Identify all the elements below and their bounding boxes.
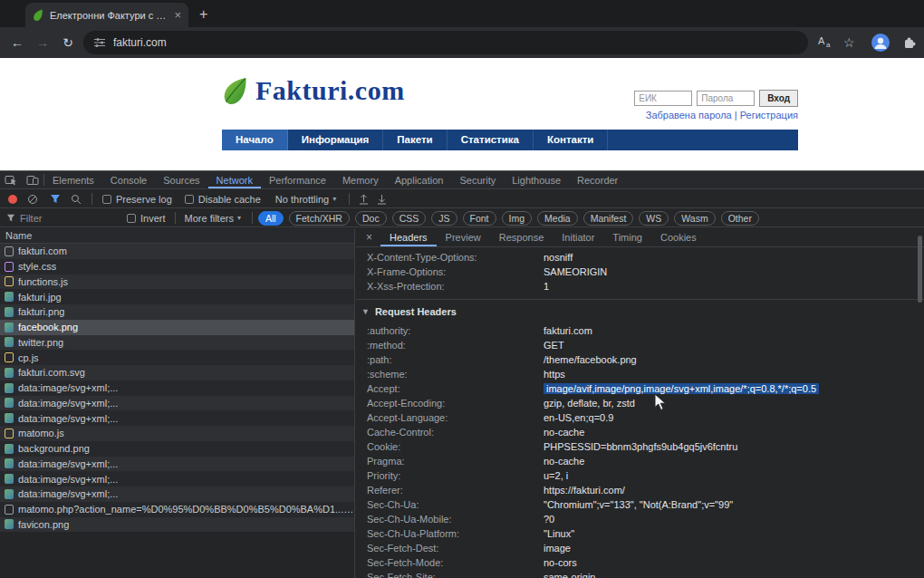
filter-chip[interactable]: Img [502,211,533,226]
filter-chip[interactable]: JS [431,211,457,226]
devtools-panel-tab[interactable]: Elements [44,171,102,188]
filter-chip[interactable]: Media [537,211,578,226]
login-button[interactable]: Вход [759,90,798,107]
network-request-row[interactable]: data:image/svg+xml;... [0,457,354,472]
device-toolbar-icon[interactable] [22,171,43,188]
devtools-panel-tab[interactable]: Network [208,171,261,188]
network-request-row[interactable]: facebook.png [0,320,354,335]
details-tab[interactable]: Cookies [651,228,706,246]
reload-icon[interactable]: ↻ [58,34,78,51]
network-request-row[interactable]: data:image/svg+xml;... [0,471,354,486]
filter-toggle-icon[interactable] [50,194,61,204]
address-bar[interactable]: fakturi.com [83,31,808,54]
eik-field[interactable] [634,91,692,106]
devtools-panel-tab[interactable]: Memory [334,171,387,188]
profile-avatar[interactable] [871,34,890,56]
filter-chip[interactable]: All [258,211,284,226]
import-har-icon[interactable] [359,194,369,205]
filter-chip[interactable]: Other [721,211,759,226]
devtools-panel-tab[interactable]: Lighthouse [504,171,569,188]
account-links[interactable]: Забравена парола | Регистрация [646,110,798,120]
close-details-icon[interactable]: × [356,231,380,244]
nav-item[interactable]: Информация [288,130,384,150]
header-name: X-Frame-Options: [367,266,544,277]
extensions-puzzle-icon[interactable] [902,35,917,54]
details-tab[interactable]: Preview [437,228,490,246]
nav-item[interactable]: Статистика [448,130,534,150]
request-header-row: Accept-Encoding: gzip, deflate, br, zstd [356,396,924,410]
network-request-row[interactable]: fakturi.com [0,244,354,259]
devtools-panel-tab[interactable]: Recorder [569,171,626,188]
search-icon[interactable] [71,194,82,205]
name-column-header[interactable]: Name [0,228,355,244]
request-header-row: Priority: u=2, i [356,468,924,483]
network-request-row[interactable]: matomo.php?action_name=%D0%95%D0%BB%D0%B… [0,502,354,517]
site-settings-icon[interactable] [94,37,105,48]
password-field[interactable] [697,91,755,106]
request-name: data:image/svg+xml;... [18,413,118,424]
filter-chip[interactable]: WS [639,211,669,226]
details-tab[interactable]: Headers [380,228,437,246]
network-request-row[interactable]: data:image/svg+xml;... [0,396,354,411]
more-filters-button[interactable]: More filters [185,213,234,224]
url-text: fakturi.com [113,36,167,49]
bookmark-star-icon[interactable]: ☆ [843,34,855,51]
filter-chip[interactable]: Manifest [583,211,634,226]
invert-checkbox[interactable] [127,214,136,223]
network-request-row[interactable]: functions.js [0,275,354,290]
request-name: twitter.png [18,337,63,348]
translate-icon[interactable]: Aa [818,34,833,53]
scrollbar-thumb[interactable] [918,236,922,303]
devtools-panel-tab[interactable]: Console [102,171,155,188]
devtools-panel-tab[interactable]: Security [451,171,504,188]
forward-icon[interactable]: → [33,34,53,51]
request-name: data:image/svg+xml;... [18,474,118,485]
filter-chip[interactable]: CSS [392,211,427,226]
preserve-log-checkbox[interactable] [102,195,111,204]
filter-chip[interactable]: Doc [355,211,387,226]
details-tab[interactable]: Response [490,228,553,246]
devtools-panel-tab[interactable]: Sources [155,171,207,188]
record-icon[interactable] [8,195,17,204]
request-name: fakturi.com.svg [18,367,85,378]
network-request-row[interactable]: fakturi.com.svg [0,365,354,381]
network-filter-input[interactable]: Filter [20,213,127,224]
file-type-icon [5,246,14,256]
devtools-panel-tab[interactable]: Application [387,171,452,188]
clear-icon[interactable] [27,194,38,205]
browser-tab[interactable]: Електронни Фактури с 1 Клик × [25,3,188,27]
site-container: Fakturi.com Вход Забравена парола | Реги… [222,58,798,170]
network-request-row[interactable]: data:image/svg+xml;... [0,486,354,502]
filter-chip[interactable]: Wasm [674,211,715,226]
network-request-row[interactable]: cp.js [0,350,354,365]
new-tab-button[interactable]: + [199,7,207,22]
back-icon[interactable]: ← [7,34,27,51]
network-request-row[interactable]: background.png [0,441,354,457]
network-request-row[interactable]: matomo.js [0,426,354,441]
network-request-row[interactable]: style.css [0,259,354,275]
export-har-icon[interactable] [377,194,387,205]
details-tab[interactable]: Timing [603,228,651,246]
nav-item[interactable]: Начало [222,130,288,150]
network-request-row[interactable]: favicon.png [0,517,354,533]
network-request-row[interactable]: fakturi.png [0,304,354,320]
tab-close-icon[interactable]: × [174,9,181,21]
network-request-row[interactable]: data:image/svg+xml;... [0,381,354,396]
network-request-row[interactable]: twitter.png [0,335,354,351]
filter-chip[interactable]: Fetch/XHR [289,211,350,226]
filter-chip[interactable]: Font [463,211,496,226]
network-request-row[interactable]: data:image/svg+xml;... [0,410,354,426]
network-request-row[interactable]: fakturi.jpg [0,289,354,304]
devtools-panel-tab[interactable]: Performance [261,171,334,188]
file-type-icon [5,413,14,423]
nav-item[interactable]: Пакети [383,130,447,150]
details-tab[interactable]: Initiator [553,228,603,246]
inspect-element-icon[interactable] [0,171,22,188]
throttling-select[interactable]: No throttling [275,194,329,205]
nav-item[interactable]: Контакти [534,130,608,150]
request-headers-section[interactable]: ▼ Request Headers [356,303,924,320]
site-logo[interactable]: Fakturi.com [222,74,405,107]
header-value: SAMEORIGIN [544,266,607,277]
request-header-row: :path: /theme/facebook.png [356,352,924,367]
disable-cache-checkbox[interactable] [185,195,194,204]
